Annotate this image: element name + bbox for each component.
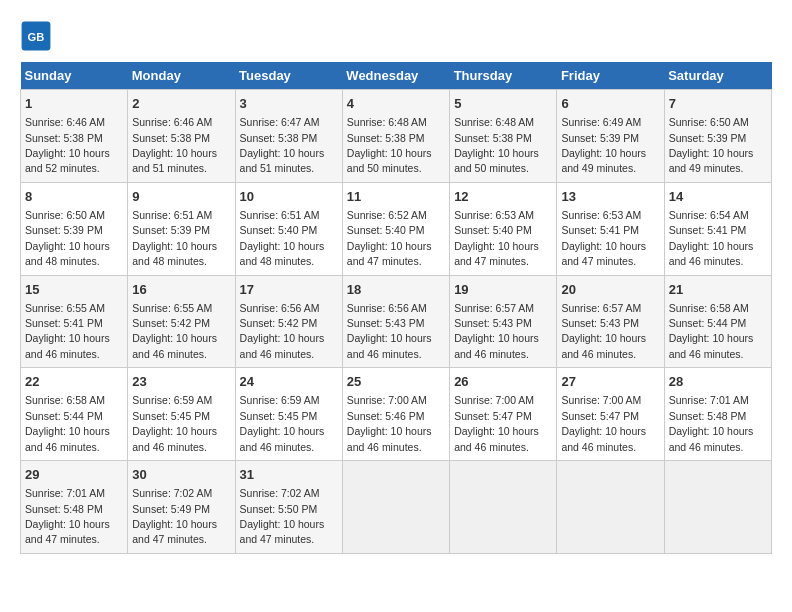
day-header-saturday: Saturday [664, 62, 771, 90]
calendar-cell: 18Sunrise: 6:56 AMSunset: 5:43 PMDayligh… [342, 275, 449, 368]
day-number: 25 [347, 373, 445, 391]
calendar-cell: 19Sunrise: 6:57 AMSunset: 5:43 PMDayligh… [450, 275, 557, 368]
daylight-label: Daylight: 10 hours [454, 240, 539, 252]
sunset-info: Sunset: 5:38 PM [132, 132, 210, 144]
day-number: 6 [561, 95, 659, 113]
day-header-tuesday: Tuesday [235, 62, 342, 90]
sunrise-info: Sunrise: 6:58 AM [25, 394, 105, 406]
calendar-cell: 13Sunrise: 6:53 AMSunset: 5:41 PMDayligh… [557, 182, 664, 275]
daylight-minutes: and 46 minutes. [454, 441, 529, 453]
calendar-cell: 22Sunrise: 6:58 AMSunset: 5:44 PMDayligh… [21, 368, 128, 461]
sunrise-info: Sunrise: 6:50 AM [669, 116, 749, 128]
daylight-label: Daylight: 10 hours [25, 518, 110, 530]
day-number: 4 [347, 95, 445, 113]
day-number: 16 [132, 281, 230, 299]
sunrise-info: Sunrise: 6:49 AM [561, 116, 641, 128]
daylight-minutes: and 46 minutes. [669, 441, 744, 453]
calendar-cell: 3Sunrise: 6:47 AMSunset: 5:38 PMDaylight… [235, 90, 342, 183]
daylight-label: Daylight: 10 hours [561, 240, 646, 252]
daylight-label: Daylight: 10 hours [240, 147, 325, 159]
daylight-label: Daylight: 10 hours [669, 332, 754, 344]
sunrise-info: Sunrise: 7:00 AM [561, 394, 641, 406]
calendar-cell: 16Sunrise: 6:55 AMSunset: 5:42 PMDayligh… [128, 275, 235, 368]
daylight-label: Daylight: 10 hours [132, 425, 217, 437]
sunrise-info: Sunrise: 7:01 AM [669, 394, 749, 406]
daylight-minutes: and 46 minutes. [25, 441, 100, 453]
daylight-minutes: and 46 minutes. [669, 348, 744, 360]
calendar-cell: 26Sunrise: 7:00 AMSunset: 5:47 PMDayligh… [450, 368, 557, 461]
daylight-label: Daylight: 10 hours [347, 332, 432, 344]
calendar-cell: 4Sunrise: 6:48 AMSunset: 5:38 PMDaylight… [342, 90, 449, 183]
logo: GB [20, 20, 58, 52]
sunrise-info: Sunrise: 6:56 AM [240, 302, 320, 314]
day-number: 23 [132, 373, 230, 391]
sunrise-info: Sunrise: 6:46 AM [25, 116, 105, 128]
day-number: 10 [240, 188, 338, 206]
sunrise-info: Sunrise: 7:01 AM [25, 487, 105, 499]
day-number: 24 [240, 373, 338, 391]
daylight-label: Daylight: 10 hours [25, 147, 110, 159]
calendar-cell: 27Sunrise: 7:00 AMSunset: 5:47 PMDayligh… [557, 368, 664, 461]
sunset-info: Sunset: 5:38 PM [454, 132, 532, 144]
daylight-minutes: and 46 minutes. [347, 348, 422, 360]
sunrise-info: Sunrise: 7:00 AM [347, 394, 427, 406]
calendar-cell: 15Sunrise: 6:55 AMSunset: 5:41 PMDayligh… [21, 275, 128, 368]
page-header: GB [20, 20, 772, 52]
day-number: 19 [454, 281, 552, 299]
day-number: 22 [25, 373, 123, 391]
day-number: 7 [669, 95, 767, 113]
daylight-minutes: and 48 minutes. [132, 255, 207, 267]
day-number: 17 [240, 281, 338, 299]
day-header-wednesday: Wednesday [342, 62, 449, 90]
calendar-cell: 31Sunrise: 7:02 AMSunset: 5:50 PMDayligh… [235, 461, 342, 554]
sunset-info: Sunset: 5:43 PM [561, 317, 639, 329]
day-number: 29 [25, 466, 123, 484]
daylight-minutes: and 47 minutes. [561, 255, 636, 267]
daylight-label: Daylight: 10 hours [25, 240, 110, 252]
sunrise-info: Sunrise: 6:51 AM [240, 209, 320, 221]
day-header-thursday: Thursday [450, 62, 557, 90]
calendar-cell: 20Sunrise: 6:57 AMSunset: 5:43 PMDayligh… [557, 275, 664, 368]
sunrise-info: Sunrise: 6:59 AM [240, 394, 320, 406]
sunset-info: Sunset: 5:47 PM [561, 410, 639, 422]
day-number: 9 [132, 188, 230, 206]
daylight-minutes: and 46 minutes. [132, 441, 207, 453]
daylight-label: Daylight: 10 hours [132, 240, 217, 252]
daylight-minutes: and 50 minutes. [347, 162, 422, 174]
daylight-label: Daylight: 10 hours [240, 425, 325, 437]
sunrise-info: Sunrise: 6:47 AM [240, 116, 320, 128]
daylight-minutes: and 47 minutes. [25, 533, 100, 545]
day-header-sunday: Sunday [21, 62, 128, 90]
daylight-label: Daylight: 10 hours [454, 147, 539, 159]
sunrise-info: Sunrise: 6:52 AM [347, 209, 427, 221]
sunset-info: Sunset: 5:43 PM [347, 317, 425, 329]
daylight-minutes: and 46 minutes. [454, 348, 529, 360]
sunset-info: Sunset: 5:39 PM [25, 224, 103, 236]
sunset-info: Sunset: 5:44 PM [669, 317, 747, 329]
sunrise-info: Sunrise: 7:02 AM [132, 487, 212, 499]
day-number: 27 [561, 373, 659, 391]
daylight-label: Daylight: 10 hours [132, 147, 217, 159]
calendar-cell [557, 461, 664, 554]
calendar-cell: 30Sunrise: 7:02 AMSunset: 5:49 PMDayligh… [128, 461, 235, 554]
day-number: 14 [669, 188, 767, 206]
sunset-info: Sunset: 5:44 PM [25, 410, 103, 422]
daylight-minutes: and 49 minutes. [561, 162, 636, 174]
sunrise-info: Sunrise: 6:53 AM [561, 209, 641, 221]
sunset-info: Sunset: 5:38 PM [25, 132, 103, 144]
daylight-minutes: and 46 minutes. [240, 441, 315, 453]
calendar-week-1: 1Sunrise: 6:46 AMSunset: 5:38 PMDaylight… [21, 90, 772, 183]
daylight-minutes: and 46 minutes. [561, 441, 636, 453]
calendar-cell: 11Sunrise: 6:52 AMSunset: 5:40 PMDayligh… [342, 182, 449, 275]
sunrise-info: Sunrise: 6:48 AM [454, 116, 534, 128]
daylight-label: Daylight: 10 hours [240, 240, 325, 252]
sunset-info: Sunset: 5:39 PM [669, 132, 747, 144]
day-number: 1 [25, 95, 123, 113]
sunset-info: Sunset: 5:45 PM [132, 410, 210, 422]
daylight-minutes: and 46 minutes. [561, 348, 636, 360]
calendar-cell: 8Sunrise: 6:50 AMSunset: 5:39 PMDaylight… [21, 182, 128, 275]
calendar-cell [450, 461, 557, 554]
sunset-info: Sunset: 5:48 PM [669, 410, 747, 422]
calendar-cell: 14Sunrise: 6:54 AMSunset: 5:41 PMDayligh… [664, 182, 771, 275]
daylight-label: Daylight: 10 hours [669, 147, 754, 159]
